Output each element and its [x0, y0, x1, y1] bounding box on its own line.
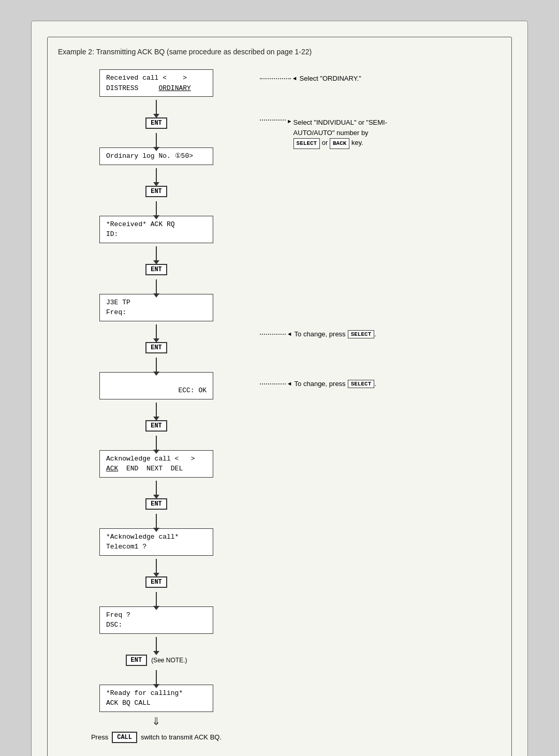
step1-annotation-text: Select "ORDINARY." [300, 75, 361, 82]
ent8-button[interactable]: ENT [126, 655, 148, 666]
ent7-button[interactable]: ENT [145, 576, 167, 588]
arrow11 [156, 481, 157, 495]
step2-line3: SELECT or BACK key. [293, 138, 387, 149]
step5-line2: ECC: OK [106, 386, 207, 396]
step3-screen: *Received* ACK RQ ID: [99, 216, 213, 243]
select-key-step2[interactable]: SELECT [293, 138, 320, 149]
step8-line1: Freq ? [106, 610, 207, 620]
annotation-step2: ► Select "INDIVIDUAL" or "SEMI- AUTO/AUT… [260, 117, 501, 149]
step2-annotation-text: Select "INDIVIDUAL" or "SEMI- AUTO/AUTO"… [293, 117, 387, 149]
or-text-step2: or [322, 139, 330, 146]
double-arrow-down: ⇓ [152, 714, 161, 729]
arrow-tip-step7: ◄ [288, 331, 291, 337]
annotation-step8: ◄ To change, press SELECT . [260, 380, 501, 388]
step5-line1 [106, 376, 207, 386]
final-action-suffix: switch to transmit ACK BQ. [141, 733, 222, 741]
arrow16 [156, 670, 157, 685]
step1-line1: Received call < > [106, 73, 207, 83]
ent5-button[interactable]: ENT [145, 420, 167, 432]
arrow3 [156, 168, 157, 183]
arrow8 [156, 358, 157, 372]
step7-line1: *Acknowledge call* [106, 532, 207, 542]
period-step7: . [374, 330, 376, 338]
step2-line1: Ordinary log No. ①50> [106, 151, 207, 161]
step6-line2: ACK END NEXT DEL [106, 464, 207, 474]
step6-screen: Acknowledge call < > ACK END NEXT DEL [99, 450, 213, 478]
step3-line2: ID: [106, 229, 207, 240]
final-action-row: Press CALL switch to transmit ACK BQ. [91, 732, 222, 743]
step2-dotted-area [260, 120, 286, 121]
arrow10 [156, 436, 157, 450]
step8-screen: Freq ? DSC: [99, 606, 213, 634]
select-key-step8[interactable]: SELECT [348, 380, 375, 388]
step8-annotation-text: To change, press [295, 380, 346, 388]
ent1-button[interactable]: ENT [145, 117, 167, 129]
page: Example 2: Transmitting ACK BQ (same pro… [31, 21, 528, 756]
step8-line2: DSC: [106, 620, 207, 630]
arrow7 [156, 324, 157, 339]
arrow-tip-step8: ◄ [288, 381, 291, 387]
step7-screen: *Acknowledge call* Telecom1 ? [99, 528, 213, 556]
dotted-line-step7 [260, 334, 286, 335]
step2-line2: AUTO/AUTO" number by [293, 128, 387, 138]
ent4-button[interactable]: ENT [145, 342, 167, 353]
arrow6 [156, 279, 157, 294]
example-label: Example 2: Transmitting ACK BQ (same pro… [58, 48, 501, 56]
step9-line1: *Ready for calling* [106, 688, 207, 699]
dotted-line-step2 [260, 120, 286, 121]
dotted-line-step1 [260, 78, 291, 79]
ent2-button[interactable]: ENT [145, 186, 167, 197]
ent8-note: (See NOTE.) [151, 657, 187, 664]
ent6-button[interactable]: ENT [145, 498, 167, 510]
step1-screen: Received call < > DISTRESS ORDINARY [99, 69, 213, 97]
period-step8: . [374, 380, 376, 388]
step9-line2: ACK BQ CALL [106, 698, 207, 708]
arrow13 [156, 559, 157, 573]
step5-screen: ECC: OK [99, 372, 213, 399]
call-button[interactable]: CALL [112, 732, 137, 743]
arrow2 [156, 133, 157, 147]
arrow12 [156, 514, 157, 528]
arrow14 [156, 592, 157, 606]
ent3-button[interactable]: ENT [145, 264, 167, 275]
step1-line2: DISTRESS ORDINARY [106, 83, 207, 94]
step4-line1: J3E TP [106, 298, 207, 308]
arrow-tip-step1: ◄ [293, 76, 297, 82]
diagram-box: Example 2: Transmitting ACK BQ (same pro… [47, 37, 512, 756]
arrow1 [156, 100, 157, 114]
flow-container: Received call < > DISTRESS ORDINARY ENT … [58, 61, 501, 743]
back-key-step2[interactable]: BACK [330, 138, 349, 149]
step3-line1: *Received* ACK RQ [106, 219, 207, 230]
arrow15 [156, 637, 157, 651]
dotted-line-step8 [260, 383, 286, 384]
annotation-step1: ◄ Select "ORDINARY." [260, 75, 501, 82]
step7-annotation-text: To change, press [295, 330, 346, 338]
step9-screen: *Ready for calling* ACK BQ CALL [99, 685, 213, 712]
arrow5 [156, 246, 157, 261]
press-label: Press [91, 733, 108, 741]
arrow9 [156, 403, 157, 417]
step4-line2: Freq: [106, 307, 207, 318]
flow-left: Received call < > DISTRESS ORDINARY ENT … [58, 61, 255, 743]
step7-line2: Telecom1 ? [106, 542, 207, 552]
step4-screen: J3E TP Freq: [99, 294, 213, 321]
step2-line1: Select "INDIVIDUAL" or "SEMI- [293, 117, 387, 128]
annotation-step7: ◄ To change, press SELECT . [260, 330, 501, 338]
step6-line1: Acknowledge call < > [106, 454, 207, 464]
flow-right: ◄ Select "ORDINARY." ► Select "INDIVIDUA… [255, 61, 501, 743]
key-text-step2: key. [351, 139, 363, 146]
arrow-tip-step2: ► [288, 118, 291, 125]
arrow4 [156, 201, 157, 216]
select-key-step7[interactable]: SELECT [348, 330, 375, 338]
